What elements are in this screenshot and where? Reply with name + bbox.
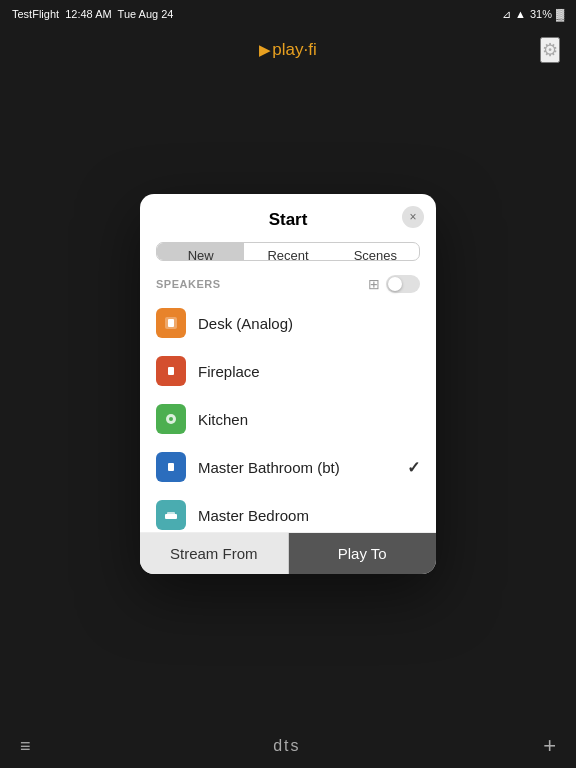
speakers-list: Desk (Analog) Fireplace Kitchen xyxy=(140,299,436,532)
speaker-item-master-bathroom[interactable]: Master Bathroom (bt) ✓ xyxy=(140,443,436,491)
speaker-name-kitchen: Kitchen xyxy=(198,411,420,428)
speaker-checkmark-master-bathroom: ✓ xyxy=(407,458,420,477)
speaker-item-kitchen[interactable]: Kitchen xyxy=(140,395,436,443)
tab-scenes[interactable]: Scenes xyxy=(332,243,419,260)
speakers-controls: ⊞ xyxy=(368,275,420,293)
modal-close-button[interactable]: × xyxy=(402,206,424,228)
tab-new[interactable]: New xyxy=(157,243,244,260)
svg-rect-7 xyxy=(167,512,175,516)
add-button[interactable]: + xyxy=(543,733,556,759)
grid-view-icon[interactable]: ⊞ xyxy=(368,276,380,292)
speaker-name-master-bedroom: Master Bedroom xyxy=(198,507,420,524)
speakers-label: SPEAKERS xyxy=(156,278,221,290)
speaker-name-fireplace: Fireplace xyxy=(198,363,420,380)
speaker-name-desk: Desk (Analog) xyxy=(198,315,420,332)
stream-from-button[interactable]: Stream From xyxy=(140,533,289,574)
tab-recent[interactable]: Recent xyxy=(244,243,331,260)
dts-brand: dts xyxy=(273,737,300,755)
speaker-item-master-bedroom[interactable]: Master Bedroom xyxy=(140,491,436,532)
modal-overlay: Start × New Recent Scenes SPEAKERS ⊞ xyxy=(0,0,576,768)
speakers-section-header: SPEAKERS ⊞ xyxy=(140,271,436,299)
speaker-item-fireplace[interactable]: Fireplace xyxy=(140,347,436,395)
speaker-avatar-fireplace xyxy=(156,356,186,386)
start-modal: Start × New Recent Scenes SPEAKERS ⊞ xyxy=(140,194,436,574)
tab-bar: New Recent Scenes xyxy=(156,242,420,261)
speaker-avatar-master-bathroom xyxy=(156,452,186,482)
toggle-switch[interactable] xyxy=(386,275,420,293)
svg-point-4 xyxy=(169,417,173,421)
speaker-avatar-kitchen xyxy=(156,404,186,434)
speaker-avatar-master-bedroom xyxy=(156,500,186,530)
svg-rect-5 xyxy=(168,463,174,471)
bottom-bar: ≡ dts + xyxy=(0,724,576,768)
speaker-name-master-bathroom: Master Bathroom (bt) xyxy=(198,459,395,476)
modal-title: Start xyxy=(156,210,420,230)
equalizer-icon[interactable]: ≡ xyxy=(20,736,31,757)
toggle-knob xyxy=(388,277,402,291)
speaker-avatar-desk xyxy=(156,308,186,338)
speaker-item-desk[interactable]: Desk (Analog) xyxy=(140,299,436,347)
svg-rect-2 xyxy=(168,367,174,375)
modal-header: Start × xyxy=(140,194,436,242)
modal-footer: Stream From Play To xyxy=(140,532,436,574)
svg-rect-1 xyxy=(168,319,174,327)
play-to-button[interactable]: Play To xyxy=(289,533,437,574)
